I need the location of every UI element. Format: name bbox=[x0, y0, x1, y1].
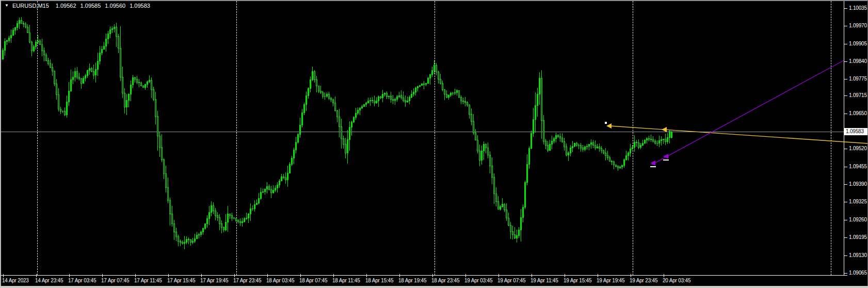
candle-body bbox=[239, 221, 241, 223]
candle-body bbox=[144, 84, 146, 88]
candle-body bbox=[533, 119, 534, 134]
candle-body bbox=[510, 225, 511, 232]
candle-body bbox=[260, 192, 262, 199]
purple-trendline[interactable] bbox=[652, 60, 844, 165]
candle-body bbox=[322, 92, 324, 97]
price-axis-tick bbox=[844, 26, 847, 26]
candle-body bbox=[130, 85, 132, 94]
candle-body bbox=[568, 153, 569, 155]
candle-body bbox=[111, 28, 113, 30]
candle-body bbox=[200, 232, 202, 235]
time-axis-label: 19 Apr 03:45 bbox=[464, 277, 492, 284]
candle-body bbox=[293, 150, 295, 158]
candle-body bbox=[386, 93, 388, 97]
candle-body bbox=[549, 144, 551, 151]
candle-body bbox=[6, 40, 8, 42]
candle-body bbox=[347, 139, 348, 153]
price-axis-border bbox=[844, 1, 844, 275]
candle-body bbox=[355, 113, 357, 118]
candle-body bbox=[272, 190, 274, 193]
candle-wick bbox=[139, 79, 139, 87]
ohlc-open-value: 1.09562 bbox=[56, 3, 76, 9]
candle-body bbox=[188, 239, 189, 240]
candle-body bbox=[270, 189, 272, 193]
candle-body bbox=[522, 207, 524, 218]
candle-body bbox=[186, 239, 187, 243]
candle-body bbox=[196, 235, 198, 239]
candle-body bbox=[419, 85, 421, 87]
candle-body bbox=[537, 94, 538, 106]
candle-body bbox=[202, 228, 204, 232]
candle-body bbox=[372, 100, 373, 101]
candle-body bbox=[31, 42, 33, 51]
candle-body bbox=[58, 94, 59, 109]
candle-body bbox=[252, 209, 253, 209]
candle-body bbox=[508, 218, 509, 226]
candle-body bbox=[330, 98, 332, 100]
time-axis-label: 18 Apr 03:45 bbox=[266, 277, 294, 284]
candle-body bbox=[427, 78, 429, 84]
candle-body bbox=[10, 35, 12, 38]
candle-body bbox=[211, 205, 212, 213]
candle-body bbox=[438, 72, 439, 79]
candle-body bbox=[283, 177, 284, 178]
candle-body bbox=[497, 201, 499, 210]
candle-body bbox=[572, 146, 573, 148]
candle-body bbox=[316, 79, 317, 86]
candle-body bbox=[376, 101, 377, 103]
candle-body bbox=[644, 140, 646, 143]
candle-body bbox=[155, 99, 156, 117]
time-axis-label: 18 Apr 19:45 bbox=[398, 277, 426, 284]
price-axis-tick bbox=[844, 202, 847, 202]
candle-body bbox=[425, 83, 427, 85]
candle-body bbox=[227, 214, 229, 222]
candle-body bbox=[173, 223, 175, 232]
candle-body bbox=[27, 27, 28, 33]
candle-wick bbox=[199, 233, 199, 238]
candle-wick bbox=[401, 90, 401, 100]
candle-body bbox=[308, 88, 309, 96]
candle-body bbox=[343, 138, 344, 145]
candle-body bbox=[650, 139, 652, 140]
candle-body bbox=[605, 153, 606, 156]
candle-body bbox=[473, 121, 474, 133]
candle-body bbox=[658, 140, 660, 143]
candle-wick bbox=[38, 35, 38, 44]
price-axis-tick bbox=[844, 114, 847, 114]
candle-body bbox=[471, 114, 472, 122]
time-axis-label: 18 Apr 23:45 bbox=[431, 277, 459, 284]
candle-body bbox=[400, 95, 402, 98]
candle-body bbox=[140, 83, 142, 86]
candle-body bbox=[516, 235, 518, 238]
purple-left-arrow-1[interactable] bbox=[650, 161, 655, 166]
candle-body bbox=[324, 96, 326, 97]
candle-body bbox=[543, 120, 544, 141]
time-axis-label: 17 Apr 15:45 bbox=[167, 277, 195, 284]
candle-body bbox=[512, 231, 513, 235]
symbol-dropdown-icon[interactable]: ▼ bbox=[5, 3, 9, 8]
candle-body bbox=[625, 155, 627, 160]
window-bottom-strip bbox=[0, 286, 868, 288]
candle-body bbox=[138, 82, 140, 83]
candle-body bbox=[105, 39, 107, 46]
candle-body bbox=[332, 100, 334, 103]
candle-body bbox=[89, 68, 90, 71]
candle-body bbox=[25, 24, 26, 27]
candle-body bbox=[299, 125, 301, 135]
candle-body bbox=[159, 136, 160, 148]
time-axis-label: 17 Apr 07:45 bbox=[101, 277, 129, 284]
candle-body bbox=[594, 145, 596, 148]
candle-body bbox=[628, 153, 629, 156]
candle-body bbox=[116, 27, 117, 37]
yellow-left-arrow-1[interactable] bbox=[606, 123, 612, 129]
candle-wick bbox=[180, 239, 181, 246]
candle-body bbox=[256, 203, 258, 205]
candle-body bbox=[8, 38, 10, 41]
purple-left-arrow-2[interactable] bbox=[663, 154, 668, 159]
time-axis-label: 14 Apr 2023 bbox=[2, 277, 29, 284]
candle-wick bbox=[399, 92, 399, 98]
time-axis-label: 18 Apr 07:45 bbox=[299, 277, 327, 284]
candle-body bbox=[460, 97, 462, 101]
candle-body bbox=[636, 142, 637, 143]
candle-body bbox=[349, 127, 350, 140]
